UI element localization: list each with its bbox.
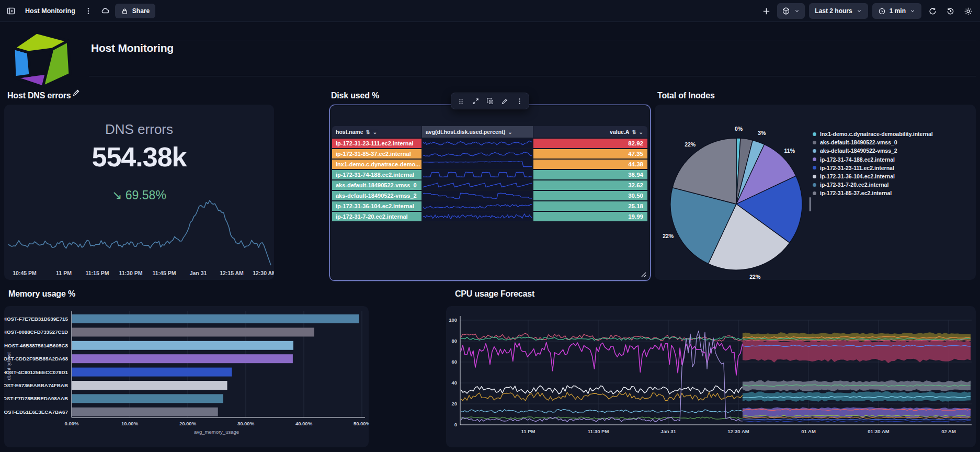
- legend-dot: [813, 183, 816, 187]
- table-header-row: host.name⇅ ⌄avg(dt.host.disk.used.percen…: [332, 126, 648, 138]
- y-tick-label: 100: [449, 317, 457, 323]
- table-row[interactable]: ip-172-31-74-188.ec2.internal36.94: [332, 170, 648, 179]
- settings-gear-icon[interactable]: [961, 4, 975, 18]
- cpu-series-line: [461, 342, 743, 375]
- time-range-selector[interactable]: Last 2 hours: [809, 3, 868, 19]
- memory-bar-chart: HOST-F7E7EB31D539E715HOST-0088CFD733527C…: [4, 306, 369, 447]
- table-row[interactable]: aks-default-18490522-vmss_230.50: [332, 191, 648, 200]
- legend-label: aks-default-18490522-vmss_0: [820, 139, 897, 145]
- disk-used-tile[interactable]: host.name⇅ ⌄avg(dt.host.disk.used.percen…: [329, 105, 651, 281]
- legend-item[interactable]: aks-default-18490522-vmss_0: [813, 138, 973, 146]
- host-name-cell: lnx1-demo.c.dynatrace-demo...: [332, 160, 421, 169]
- share-label: Share: [132, 7, 150, 15]
- x-tick-label: 12:15 AM: [220, 270, 244, 276]
- drag-handle-icon[interactable]: [454, 95, 468, 107]
- more-options-icon[interactable]: [512, 95, 526, 107]
- column-header-value[interactable]: value.A⇅ ⌄: [533, 126, 647, 138]
- column-header-metric[interactable]: avg(dt.host.disk.used.percent)⌄: [422, 126, 533, 138]
- memory-usage-tile[interactable]: HOST-F7E7EB31D539E715HOST-0088CFD733527C…: [4, 306, 369, 447]
- legend-label: ip-172-31-23-111.ec2.internal: [820, 165, 894, 171]
- value-cell: 82.92: [533, 139, 647, 148]
- cloud-icon[interactable]: [98, 4, 112, 18]
- value-cell: 19.99: [533, 212, 647, 221]
- legend-dot: [813, 141, 816, 144]
- table-row[interactable]: aks-default-18490522-vmss_032.62: [332, 180, 648, 190]
- pie-label: 11%: [784, 148, 795, 154]
- cpu-forecast-tile[interactable]: 10080604020011 PM11:30 PMJan 3112:30 AM0…: [446, 306, 976, 447]
- trend-sparkline-cell: [422, 160, 533, 169]
- legend-dot: [813, 149, 816, 153]
- x-tick-label: 12:30 AM: [253, 270, 274, 276]
- edit-pencil-icon[interactable]: [72, 88, 81, 97]
- legend-item[interactable]: ip-172-31-7-20.ec2.internal: [813, 180, 973, 189]
- value-cell: 36.94: [533, 170, 647, 179]
- legend-item[interactable]: ip-172-31-74-188.ec2.internal: [813, 155, 973, 164]
- table-row[interactable]: ip-172-31-85-37.ec2.internal47.35: [332, 149, 648, 159]
- host-name-cell: ip-172-31-36-104.ec2.internal: [332, 201, 421, 211]
- legend-item[interactable]: lnx1-demo.c.dynatrace-demoability.intern…: [813, 130, 973, 138]
- y-tick-label: 80: [451, 338, 457, 344]
- legend-label: ip-172-31-74-188.ec2.internal: [820, 156, 895, 163]
- lock-icon: [121, 7, 129, 15]
- legend-dot: [813, 175, 816, 178]
- legend-item[interactable]: ip-172-31-85-37.ec2.internal: [813, 189, 973, 197]
- add-tile-icon[interactable]: [759, 4, 773, 18]
- legend-dot: [813, 166, 816, 170]
- trend-sparkline-cell: [422, 170, 533, 179]
- y-tick-label: 0: [454, 422, 457, 427]
- sidebar-toggle-icon[interactable]: [4, 4, 18, 18]
- pie-label: 22%: [685, 141, 696, 148]
- environment-selector[interactable]: [777, 3, 805, 19]
- tile-toolbar: [451, 93, 529, 109]
- trend-sparkline-cell: [422, 212, 533, 221]
- host-name-cell: ip-172-31-74-188.ec2.internal: [332, 170, 421, 179]
- history-icon[interactable]: [943, 4, 957, 18]
- inodes-tile[interactable]: 0%3%11%22%22%22% lnx1-demo.c.dynatrace-d…: [655, 105, 976, 280]
- resize-handle[interactable]: [639, 269, 647, 278]
- more-options-icon[interactable]: [82, 4, 95, 18]
- panel-title-disk: Disk used %: [331, 91, 379, 100]
- expand-icon[interactable]: [469, 95, 482, 107]
- share-button[interactable]: Share: [115, 4, 155, 18]
- x-tick-label: 01:30 AM: [868, 428, 889, 434]
- y-tick-label: 20: [451, 401, 457, 406]
- table-row[interactable]: ip-172-31-7-20.ec2.internal19.99: [332, 212, 648, 221]
- trend-sparkline-cell: [422, 149, 533, 159]
- legend-item[interactable]: ip-172-31-36-104.ec2.internal: [813, 172, 973, 180]
- dns-errors-tile[interactable]: DNS errors 554.38k ↘ 69.58% 10:45 PM11 P…: [4, 105, 274, 280]
- x-tick-label: 40.00%: [295, 421, 313, 426]
- pie-label: 0%: [735, 126, 743, 132]
- table-row[interactable]: ip-172-31-36-104.ec2.internal25.18: [332, 201, 648, 211]
- value-cell: 30.50: [533, 191, 647, 200]
- x-tick-label: 12:30 AM: [727, 428, 749, 434]
- x-tick-label: 30.00%: [237, 421, 255, 426]
- legend-dot: [813, 132, 816, 136]
- x-axis-title: avg_memory_usage: [194, 429, 239, 435]
- panel-title-cpu: CPU usage Forecast: [455, 289, 534, 299]
- time-range-label: Last 2 hours: [815, 7, 852, 15]
- x-tick-label: 11:30 PM: [588, 428, 609, 434]
- duplicate-icon[interactable]: [483, 95, 497, 107]
- table-row[interactable]: ip-172-31-23-111.ec2.internal82.92: [332, 139, 648, 148]
- x-tick-label: 50.00%: [354, 421, 369, 426]
- host-name-cell: ip-172-31-85-37.ec2.internal: [332, 149, 421, 159]
- legend-scrollbar[interactable]: [810, 197, 811, 211]
- memory-bar: [72, 408, 218, 416]
- refresh-icon[interactable]: [926, 4, 939, 18]
- x-tick-label: 01 AM: [801, 428, 816, 434]
- table-row[interactable]: lnx1-demo.c.dynatrace-demo...44.38: [332, 160, 648, 169]
- x-tick-label: 11:15 PM: [86, 270, 109, 276]
- legend-label: ip-172-31-85-37.ec2.internal: [820, 190, 892, 196]
- x-tick-label: 10:45 PM: [13, 270, 37, 276]
- column-header-hostname[interactable]: host.name⇅ ⌄: [332, 126, 421, 138]
- bar-category-label: HOST-CDD2F9BB85A2DA68: [4, 356, 69, 361]
- value-cell: 25.18: [533, 201, 647, 211]
- legend-item[interactable]: aks-default-18490522-vmss_2: [813, 146, 973, 155]
- refresh-interval-selector[interactable]: 1 min: [872, 3, 921, 19]
- legend-item[interactable]: ip-172-31-23-111.ec2.internal: [813, 164, 973, 172]
- host-name-cell: aks-default-18490522-vmss_2: [332, 191, 421, 200]
- trend-sparkline-cell: [422, 139, 533, 148]
- dns-value: 554.38k: [4, 141, 274, 173]
- edit-icon[interactable]: [498, 95, 511, 107]
- pie-label: 22%: [749, 274, 761, 280]
